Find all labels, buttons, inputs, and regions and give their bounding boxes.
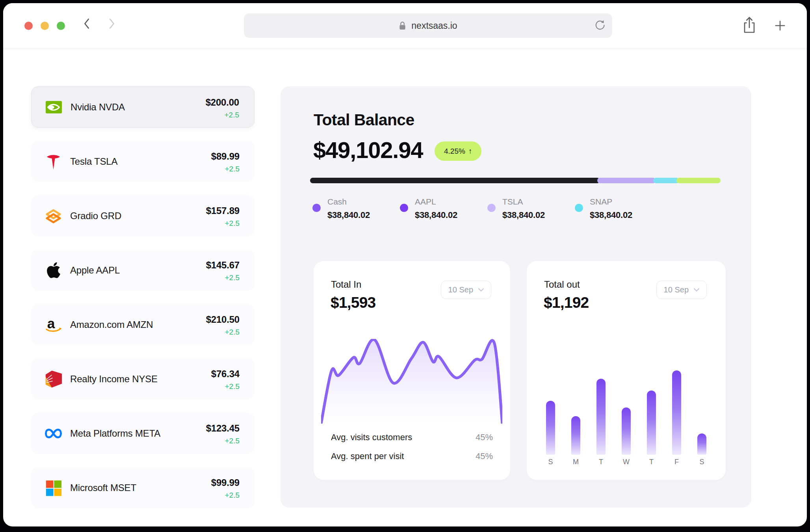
total-balance-title: Total Balance [314, 111, 414, 129]
total-out-bar-chart [546, 370, 706, 455]
total-balance-amount: $49,102.94 [313, 137, 423, 163]
stock-change: +2.5 [225, 219, 240, 228]
total-in-period-dropdown[interactable]: 10 Sep [441, 281, 491, 299]
stock-list-item[interactable]: Nvidia NVDA $200.00 +2.5 [31, 86, 255, 128]
bar-w-3 [622, 407, 631, 455]
stock-name: Apple AAPL [70, 265, 120, 276]
total-out-label: Total out [544, 279, 580, 290]
minimize-window-button[interactable] [41, 22, 49, 30]
stock-price: $123.45 [206, 423, 240, 434]
bar-s-0 [546, 401, 555, 455]
stock-name: Amazon.com AMZN [70, 319, 153, 330]
total-out-card: Total out $1,192 10 Sep SMTWTFS [527, 261, 726, 480]
legend-label: TSLA [502, 197, 545, 206]
stock-name: Nvidia NVDA [71, 102, 125, 113]
allocation-bar [310, 178, 729, 183]
stock-price: $157.89 [206, 205, 240, 216]
bar-t-4 [647, 391, 656, 455]
stock-price: $210.50 [206, 314, 240, 325]
total-in-stats: Avg. visits customers 45% Avg. spent per… [331, 428, 493, 466]
stock-list: Nvidia NVDA $200.00 +2.5 Tesla TSLA $89.… [31, 86, 255, 521]
stock-list-item[interactable]: Gradio GRD $157.89 +2.5 [31, 195, 255, 236]
forward-button[interactable] [107, 17, 117, 30]
total-out-period-dropdown[interactable]: 10 Sep [656, 281, 707, 299]
stock-name: Microsoft MSET [70, 482, 136, 493]
window-controls [24, 22, 65, 30]
legend-value: $38,840.02 [590, 210, 632, 220]
total-in-area-chart [321, 339, 502, 424]
stat-row: Avg. visits customers 45% [331, 428, 493, 447]
stat-value: 45% [476, 451, 493, 461]
meta-logo [44, 424, 63, 443]
stock-price: $145.67 [206, 260, 240, 271]
svg-text:a: a [47, 315, 55, 331]
legend-item: Cash $38,840.02 [312, 197, 400, 220]
zoom-window-button[interactable] [57, 22, 65, 30]
legend-dot-icon [487, 204, 496, 212]
allocation-segment-aapl [597, 178, 656, 183]
allocation-segment-cash [310, 178, 600, 183]
tesla-logo [44, 152, 63, 171]
stock-price: $76.34 [211, 368, 240, 379]
stock-list-item[interactable]: Meta Platforms META $123.45 +2.5 [31, 413, 255, 454]
stock-name: Realty Income NYSE [70, 374, 158, 385]
allocation-segment-snap [676, 178, 721, 183]
change-badge: 4.25% ↑ [435, 141, 481, 161]
stat-row: Avg. spent per visit 45% [331, 447, 493, 466]
weekday-label: W [622, 458, 631, 466]
stock-price: $99.99 [211, 477, 240, 488]
address-bar[interactable]: nextsaas.io [244, 13, 612, 38]
stock-list-item[interactable]: Realty Income NYSE $76.34 +2.5 [31, 358, 255, 400]
arrow-up-icon: ↑ [468, 147, 472, 156]
legend-value: $38,840.02 [327, 210, 370, 220]
bar-m-1 [571, 416, 580, 455]
weekday-label: T [647, 458, 656, 466]
browser-window: nextsaas.io Nvidia NVDA $200.00 +2.5 Tes… [3, 3, 807, 526]
stock-name: Gradio GRD [70, 210, 121, 221]
stat-label: Avg. visits customers [331, 432, 412, 443]
legend-item: AAPL $38,840.02 [400, 197, 487, 220]
period-value: 10 Sep [448, 285, 473, 294]
url-text: nextsaas.io [411, 20, 457, 31]
nvidia-logo [45, 98, 63, 116]
weekday-label: S [546, 458, 555, 466]
stock-change: +2.5 [225, 437, 240, 445]
stock-change: +2.5 [225, 328, 240, 337]
legend-value: $38,840.02 [502, 210, 545, 220]
stock-price: $200.00 [206, 97, 239, 108]
bar-t-2 [596, 379, 606, 455]
chevron-down-icon [478, 288, 484, 292]
change-badge-value: 4.25% [444, 147, 465, 156]
stock-list-item[interactable]: Apple AAPL $145.67 +2.5 [31, 249, 255, 291]
period-value: 10 Sep [664, 285, 689, 294]
stock-name: Meta Platforms META [70, 428, 160, 439]
weekday-label: S [697, 458, 706, 466]
apple-logo [44, 261, 63, 279]
allocation-segment-tsla [653, 178, 679, 183]
legend-label: AAPL [415, 197, 457, 206]
stat-label: Avg. spent per visit [331, 451, 404, 461]
new-tab-icon[interactable] [774, 20, 786, 32]
back-button[interactable] [82, 17, 91, 30]
legend-dot-icon [575, 204, 583, 212]
stock-change: +2.5 [224, 111, 239, 119]
legend-item: TSLA $38,840.02 [487, 197, 575, 220]
weekday-label: M [571, 458, 580, 466]
total-out-amount: $1,192 [544, 294, 589, 311]
stock-price: $89.99 [211, 151, 240, 162]
stock-list-item[interactable]: Tesla TSLA $89.99 +2.5 [31, 141, 255, 182]
stat-value: 45% [476, 432, 493, 443]
refresh-icon[interactable] [593, 19, 605, 31]
total-in-card: Total In $1,593 10 Sep [314, 261, 510, 480]
realty-income-logo [44, 370, 63, 388]
stock-list-item[interactable]: Microsoft MSET $99.99 +2.5 [31, 467, 255, 508]
legend-label: SNAP [590, 197, 632, 206]
stock-name: Tesla TSLA [70, 156, 117, 167]
share-icon[interactable] [742, 16, 756, 35]
stock-change: +2.5 [225, 491, 240, 500]
stock-list-item[interactable]: a Amazon.com AMZN $210.50 +2.5 [31, 304, 255, 345]
close-window-button[interactable] [24, 22, 33, 30]
stock-change: +2.5 [225, 165, 240, 173]
total-in-amount: $1,593 [331, 294, 376, 311]
legend-value: $38,840.02 [415, 210, 457, 220]
